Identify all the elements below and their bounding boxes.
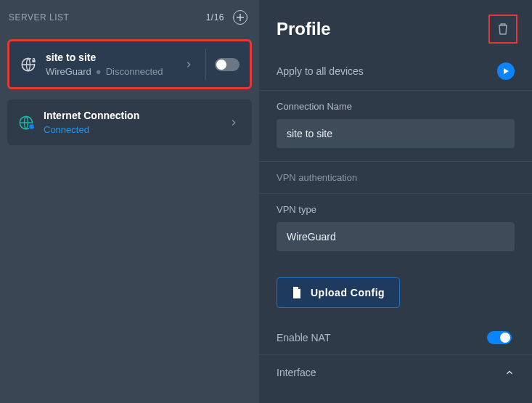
chevron-right-icon <box>184 60 194 70</box>
server-count: 1/16 <box>206 12 224 23</box>
connection-name-input[interactable] <box>277 119 515 148</box>
vpn-type-input[interactable] <box>277 222 515 251</box>
server-card-body: Internet Connection Connected <box>44 110 223 135</box>
globe-lock-icon <box>20 55 38 74</box>
connection-name-section: Connection Name <box>259 91 532 162</box>
svg-point-5 <box>29 124 34 129</box>
vpn-type-section: VPN type <box>259 194 532 264</box>
server-name: site to site <box>46 52 178 63</box>
enable-nat-label: Enable NAT <box>277 332 330 343</box>
toggle-knob <box>216 60 226 70</box>
connection-name-label: Connection Name <box>277 101 515 112</box>
card-divider <box>205 49 206 80</box>
vpn-auth-heading: VPN authentication <box>259 162 532 194</box>
server-status: Connected <box>44 124 89 135</box>
server-card-site-to-site[interactable]: site to site WireGuard●Disconnected <box>7 39 252 89</box>
server-card-internet-connection[interactable]: Internet Connection Connected <box>7 99 252 145</box>
server-list-sidebar: SERVER LIST 1/16 site to site WireGuard●… <box>0 0 259 403</box>
upload-config-button[interactable]: Upload Config <box>277 277 400 308</box>
upload-config-label: Upload Config <box>311 287 385 298</box>
profile-panel: Profile Apply to all devices Connection … <box>259 0 532 403</box>
plus-icon <box>237 14 244 21</box>
server-card-body: site to site WireGuard●Disconnected <box>46 52 178 77</box>
chevron-up-icon <box>504 367 515 378</box>
server-subtitle: Connected <box>44 124 223 135</box>
vpn-type-label: VPN type <box>277 204 515 215</box>
sidebar-header: SERVER LIST 1/16 <box>0 0 259 35</box>
trash-icon <box>497 23 509 36</box>
svg-rect-2 <box>32 60 35 62</box>
sidebar-header-right: 1/16 <box>206 10 247 25</box>
server-status: Disconnected <box>106 66 163 77</box>
profile-title: Profile <box>277 19 331 39</box>
interface-accordion[interactable]: Interface <box>259 355 532 390</box>
chevron-right-icon <box>229 118 239 128</box>
file-icon <box>292 287 302 298</box>
enable-nat-toggle[interactable] <box>487 331 512 344</box>
server-enable-toggle[interactable] <box>215 58 240 71</box>
toggle-knob <box>500 333 510 343</box>
profile-header: Profile <box>259 0 532 52</box>
server-protocol: WireGuard <box>46 66 91 77</box>
delete-profile-button[interactable] <box>488 15 517 44</box>
server-subtitle: WireGuard●Disconnected <box>46 66 178 77</box>
globe-online-icon <box>17 113 36 132</box>
apply-all-button[interactable] <box>497 62 515 80</box>
play-icon <box>502 68 510 75</box>
apply-all-devices-row: Apply to all devices <box>259 52 532 91</box>
server-name: Internet Connection <box>44 110 223 121</box>
apply-all-label: Apply to all devices <box>277 65 364 77</box>
sidebar-title: SERVER LIST <box>9 12 69 23</box>
interface-label: Interface <box>277 367 316 378</box>
enable-nat-row: Enable NAT <box>259 321 532 355</box>
add-server-button[interactable] <box>233 10 247 25</box>
separator-dot: ● <box>96 66 102 77</box>
